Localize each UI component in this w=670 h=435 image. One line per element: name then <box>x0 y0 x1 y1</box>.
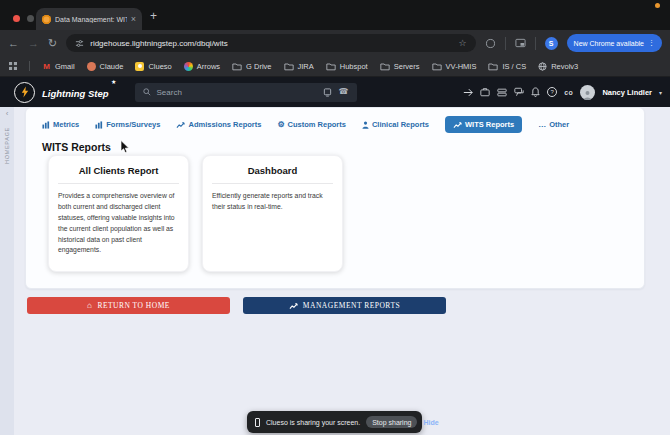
apps-grid-icon[interactable] <box>9 62 17 70</box>
share-arrow-icon[interactable] <box>463 88 473 97</box>
close-window-button[interactable] <box>13 15 20 22</box>
site-info-icon[interactable] <box>75 39 84 48</box>
tab-admissions-reports[interactable]: Admissions Reports <box>176 120 261 129</box>
hide-button[interactable]: Hide <box>423 419 438 426</box>
page-title: WITS Reports <box>42 141 111 153</box>
folder-icon <box>284 62 294 71</box>
tab-capture-icon[interactable] <box>515 38 526 48</box>
screen: Data Management: WITS Rep × + ← → ↻ ridg… <box>0 0 670 435</box>
lightning-step-logo[interactable] <box>14 82 35 103</box>
bookmark-folder-hubspot[interactable]: Hubspot <box>326 62 368 71</box>
brand-star-icon: ★ <box>111 78 116 85</box>
extensions-icon[interactable] <box>485 38 496 49</box>
minimize-window-button[interactable] <box>27 15 34 22</box>
card-title: Dashboard <box>212 165 333 176</box>
bookmark-label: Arrows <box>197 62 220 71</box>
tab-favicon-icon <box>42 15 51 24</box>
chat-icon[interactable] <box>514 87 524 97</box>
user-avatar[interactable] <box>580 85 595 100</box>
back-button[interactable]: ← <box>8 38 19 49</box>
bookmark-folder-servers[interactable]: Servers <box>380 62 420 71</box>
button-label: MANAGEMENT REPORTS <box>303 301 400 310</box>
tab-label: WITS Reports <box>465 120 514 129</box>
card-dashboard[interactable]: Dashboard Efficiently generate reports a… <box>202 155 343 272</box>
browser-tab[interactable]: Data Management: WITS Rep × <box>36 8 142 30</box>
chevron-down-icon[interactable]: ▾ <box>659 89 662 96</box>
tab-wits-reports[interactable]: WITS Reports <box>445 116 522 133</box>
profile-avatar[interactable]: S <box>545 37 558 50</box>
bookmark-claude[interactable]: Claude <box>87 62 124 71</box>
person-icon <box>362 121 369 129</box>
bookmarks-divider <box>29 61 30 71</box>
url-text: ridgehouse.lightningstep.com/dbqi/wits <box>90 39 452 48</box>
bookmark-revolv3[interactable]: Revolv3 <box>538 62 578 71</box>
bookmark-label: G Drive <box>246 62 271 71</box>
url-bar[interactable]: ridgehouse.lightningstep.com/dbqi/wits ☆ <box>66 34 475 52</box>
search-input[interactable]: Search ☎ <box>135 83 357 102</box>
help-icon[interactable]: ? <box>547 87 557 97</box>
management-reports-button[interactable]: MANAGEMENT REPORTS <box>243 297 446 314</box>
sidebar-collapsed[interactable]: ‹ HOMEPAGE <box>0 107 14 435</box>
tab-other[interactable]: … Other <box>538 120 569 129</box>
folder-icon <box>380 62 390 71</box>
briefcase-icon[interactable] <box>480 87 490 97</box>
bolt-icon <box>21 86 29 98</box>
bookmark-gmail[interactable]: M Gmail <box>42 62 75 71</box>
reports-panel: Metrics Forms/Surveys Admissions Reports… <box>25 107 645 289</box>
bookmark-label: Clueso <box>148 62 171 71</box>
line-chart-icon <box>176 121 185 129</box>
scan-icon[interactable] <box>323 88 332 97</box>
phone-icon[interactable]: ☎ <box>339 88 349 96</box>
return-to-home-button[interactable]: ⌂ RETURN TO HOME <box>27 297 230 314</box>
bell-icon[interactable] <box>531 87 540 97</box>
tab-label: Forms/Surveys <box>106 120 160 129</box>
tab-clinical-reports[interactable]: Clinical Reports <box>362 120 429 129</box>
update-chrome-button[interactable]: New Chrome available ⋮ <box>567 34 662 52</box>
co-link-icon[interactable]: co <box>564 89 573 96</box>
tab-custom-reports[interactable]: ⚙ Custom Reports <box>277 120 346 129</box>
arrows-icon <box>184 62 193 71</box>
browser-menu-icon[interactable]: ⋮ <box>648 39 655 47</box>
button-label: RETURN TO HOME <box>97 301 170 310</box>
bookmark-page-icon[interactable]: ☆ <box>459 39 467 48</box>
search-icon <box>143 88 151 96</box>
bookmark-folder-vvhmis[interactable]: VV-HMIS <box>432 62 477 71</box>
mouse-cursor <box>120 140 130 154</box>
app-header: Lightning Step ★ Search ☎ <box>0 77 670 107</box>
globe-icon <box>538 62 547 71</box>
user-name[interactable]: Nancy Lindler <box>602 88 652 97</box>
stop-sharing-button[interactable]: Stop sharing <box>366 416 417 428</box>
reload-button[interactable]: ↻ <box>48 38 57 49</box>
bookmark-clueso[interactable]: Clueso <box>135 62 171 71</box>
tab-label: Admissions Reports <box>188 120 261 129</box>
close-tab-icon[interactable]: × <box>131 15 136 24</box>
forward-button[interactable]: → <box>28 38 39 49</box>
bookmark-arrows[interactable]: Arrows <box>184 62 220 71</box>
card-title: All Clients Report <box>58 165 179 176</box>
tab-metrics[interactable]: Metrics <box>42 120 79 129</box>
bookmark-folder-jira[interactable]: JIRA <box>284 62 314 71</box>
bookmark-folder-iscs[interactable]: IS / CS <box>488 62 526 71</box>
bookmark-label: JIRA <box>298 62 314 71</box>
card-description: Provides a comprehensive overview of bot… <box>58 191 179 256</box>
server-stack-icon[interactable] <box>497 88 507 97</box>
tab-title: Data Management: WITS Rep <box>55 16 127 23</box>
tab-label: Other <box>549 120 569 129</box>
bar-chart-icon <box>95 121 103 129</box>
header-actions: ? co Nancy Lindler ▾ <box>463 85 662 100</box>
folder-icon <box>488 62 498 71</box>
toolbar-divider <box>535 37 536 50</box>
collapse-chevron-icon[interactable]: ‹ <box>6 110 9 118</box>
gmail-icon: M <box>42 62 51 71</box>
card-all-clients-report[interactable]: All Clients Report Provides a comprehens… <box>48 155 189 272</box>
bookmark-folder-gdrive[interactable]: G Drive <box>232 62 271 71</box>
new-tab-button[interactable]: + <box>150 9 157 23</box>
bar-chart-icon <box>42 121 50 129</box>
sidebar-homepage-label: HOMEPAGE <box>4 127 10 164</box>
screen-share-bar: Clueso is sharing your screen. Stop shar… <box>247 411 422 433</box>
card-divider <box>58 183 179 184</box>
bookmark-label: VV-HMIS <box>446 62 477 71</box>
update-chrome-label: New Chrome available <box>574 40 644 47</box>
tab-forms-surveys[interactable]: Forms/Surveys <box>95 120 160 129</box>
recording-indicator-dot <box>655 3 660 8</box>
